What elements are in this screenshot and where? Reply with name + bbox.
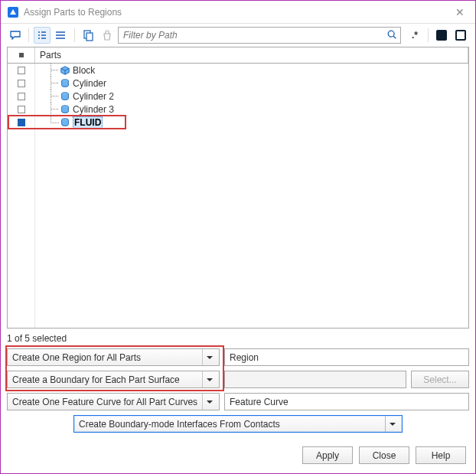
- chevron-down-icon: [202, 371, 216, 387]
- options-area: Create One Region for All Parts Region C…: [1, 348, 475, 437]
- tree-item[interactable]: Cylinder: [35, 77, 468, 90]
- close-button[interactable]: ✕: [451, 5, 469, 20]
- parts-panel: Parts Block Cylinder: [7, 47, 469, 329]
- dropdown-label: Create One Region for All Parts: [12, 352, 199, 363]
- dropdown-label: Create One Feature Curve for All Part Cu…: [12, 397, 199, 407]
- interface-mode-row: Create Boundary-mode Interfaces From Con…: [7, 415, 469, 433]
- tree-item[interactable]: Cylinder 3: [35, 103, 468, 116]
- region-mode-dropdown[interactable]: Create One Region for All Parts: [7, 348, 220, 366]
- svg-point-6: [388, 31, 394, 37]
- parts-body: Block Cylinder Cylinder 2 Cylinder 3: [8, 64, 468, 328]
- bag-icon[interactable]: [99, 27, 116, 44]
- chevron-down-icon: [202, 349, 216, 365]
- chevron-down-icon: [202, 394, 216, 410]
- svg-line-7: [393, 36, 396, 38]
- selection-status: 1 of 5 selected: [1, 332, 475, 348]
- select-button: Select...: [411, 371, 469, 388]
- part-label: Cylinder 2: [73, 91, 114, 102]
- separator: [74, 28, 75, 42]
- tree-item[interactable]: FLUID: [35, 116, 468, 129]
- interface-mode-dropdown[interactable]: Create Boundary-mode Interfaces From Con…: [73, 415, 403, 433]
- svg-point-1: [56, 31, 57, 33]
- region-mode-row: Create One Region for All Parts Region: [7, 348, 469, 366]
- curve-mode-row: Create One Feature Curve for All Part Cu…: [7, 393, 469, 410]
- dialog-window: Assign Parts to Regions ✕ .*: [0, 0, 476, 474]
- check-cell[interactable]: [8, 103, 34, 116]
- button-label: Apply: [316, 450, 339, 461]
- check-all-header[interactable]: [8, 47, 35, 63]
- region-name-field[interactable]: Region: [224, 348, 469, 366]
- chevron-down-icon: [385, 416, 399, 432]
- list-narrow-icon[interactable]: [34, 27, 51, 44]
- toolbar: .*: [1, 24, 475, 47]
- wire-square-icon[interactable]: [452, 27, 469, 44]
- cylinder-icon: [60, 117, 70, 128]
- boundary-name-field: [224, 371, 406, 388]
- separator: [428, 28, 429, 42]
- part-label: Block: [73, 65, 95, 76]
- chat-icon[interactable]: [7, 27, 24, 44]
- title-text: Assign Parts to Regions: [24, 7, 451, 18]
- cylinder-icon: [60, 78, 70, 89]
- filter-input-wrap: [118, 27, 401, 44]
- svg-point-3: [56, 38, 57, 39]
- regex-toggle[interactable]: .*: [406, 27, 423, 44]
- filled-square-icon[interactable]: [433, 27, 450, 44]
- dropdown-label: Create Boundary-mode Interfaces From Con…: [79, 419, 382, 430]
- filter-input[interactable]: [122, 29, 386, 41]
- button-label: Help: [432, 450, 451, 461]
- dialog-buttons: Apply Close Help: [1, 437, 475, 473]
- close-button[interactable]: Close: [359, 446, 409, 464]
- dropdown-label: Create a Boundary for Each Part Surface: [12, 374, 199, 385]
- boundary-mode-dropdown[interactable]: Create a Boundary for Each Part Surface: [7, 371, 220, 388]
- apply-button[interactable]: Apply: [302, 446, 353, 464]
- svg-point-2: [56, 34, 57, 36]
- check-cell[interactable]: [8, 77, 34, 90]
- curve-mode-dropdown[interactable]: Create One Feature Curve for All Part Cu…: [7, 393, 220, 410]
- cylinder-icon: [60, 91, 70, 102]
- copy-icon[interactable]: [80, 27, 96, 44]
- check-cell[interactable]: [8, 116, 34, 129]
- separator: [28, 28, 29, 42]
- cylinder-icon: [60, 104, 70, 115]
- part-label: Cylinder 3: [73, 104, 114, 115]
- tree-column: Block Cylinder Cylinder 2 Cylinder 3: [35, 64, 468, 328]
- tree-item[interactable]: Block: [35, 64, 468, 77]
- field-text: Feature Curve: [230, 397, 289, 407]
- button-label: Close: [373, 450, 396, 461]
- field-text: Region: [230, 352, 259, 363]
- help-button[interactable]: Help: [416, 446, 466, 464]
- search-icon[interactable]: [386, 29, 397, 42]
- svg-rect-5: [86, 33, 93, 41]
- parts-header: Parts: [8, 47, 468, 64]
- check-cell[interactable]: [8, 64, 34, 77]
- check-column: [8, 64, 35, 328]
- curve-name-field[interactable]: Feature Curve: [224, 393, 469, 410]
- tree-item[interactable]: Cylinder 2: [35, 90, 468, 103]
- parts-column-header: Parts: [35, 47, 468, 63]
- button-label: Select...: [423, 374, 456, 385]
- check-cell[interactable]: [8, 90, 34, 103]
- block-icon: [60, 65, 70, 76]
- title-bar: Assign Parts to Regions ✕: [1, 1, 475, 24]
- list-wide-icon[interactable]: [53, 27, 70, 44]
- part-label: FLUID: [73, 116, 103, 129]
- app-icon: [7, 6, 19, 18]
- part-label: Cylinder: [73, 78, 106, 89]
- boundary-mode-row: Create a Boundary for Each Part Surface …: [7, 371, 469, 388]
